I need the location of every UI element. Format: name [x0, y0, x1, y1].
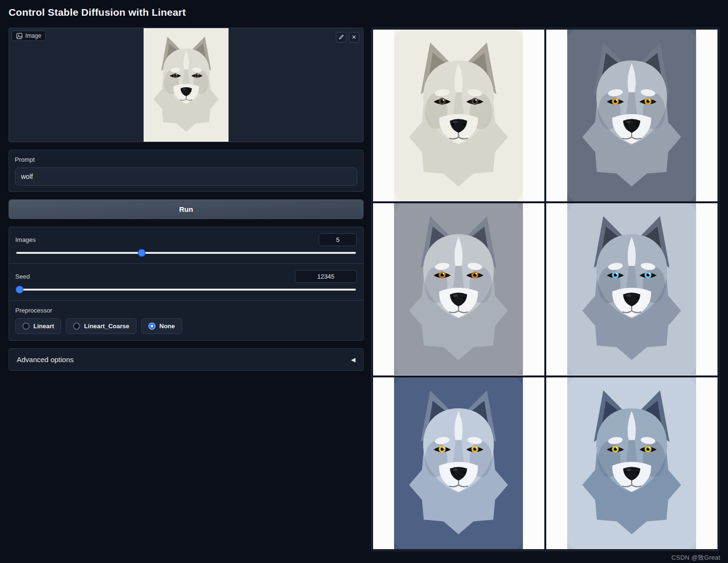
images-slider-handle[interactable]: [138, 249, 146, 257]
image-actions: ✕: [336, 32, 359, 42]
close-icon[interactable]: ✕: [349, 32, 359, 42]
generation-settings-panel: Images Seed: [9, 227, 364, 341]
prompt-panel: Prompt: [9, 150, 364, 192]
preprocessor-label: Preprocessor: [15, 307, 357, 314]
controls-column: Image ✕ Prompt: [9, 28, 364, 371]
gallery-item-6[interactable]: [546, 377, 718, 549]
collapse-arrow-icon: ◀: [351, 356, 355, 363]
advanced-options-label: Advanced options: [17, 355, 73, 364]
watermark: CSDN @致Great: [671, 553, 720, 562]
radio-icon: [22, 323, 30, 330]
radio-icon: [148, 323, 156, 330]
seed-input[interactable]: [295, 270, 357, 283]
gallery-item-5[interactable]: [373, 377, 544, 549]
images-slider[interactable]: [16, 252, 356, 254]
gallery-item-4[interactable]: [546, 203, 718, 375]
radio-icon: [73, 323, 80, 330]
page-title: Control Stable Diffusion with Lineart: [9, 7, 719, 18]
app-root: Control Stable Diffusion with Lineart Im…: [0, 0, 728, 551]
image-label-badge[interactable]: Image: [11, 31, 46, 41]
output-column: [371, 28, 719, 551]
gallery-item-2[interactable]: [546, 30, 718, 201]
images-count-input[interactable]: [319, 233, 357, 246]
image-icon: [16, 33, 22, 39]
seed-slider-handle[interactable]: [16, 286, 23, 293]
radio-lineart[interactable]: Lineart: [15, 318, 61, 334]
radio-lineart-label: Lineart: [33, 323, 54, 330]
radio-none-label: None: [159, 323, 175, 330]
uploaded-image-preview[interactable]: [144, 28, 229, 142]
image-input[interactable]: Image ✕: [9, 28, 364, 142]
seed-label: Seed: [15, 273, 30, 280]
radio-none[interactable]: None: [141, 318, 182, 334]
seed-slider-section: Seed: [9, 263, 363, 300]
images-slider-section: Images: [9, 227, 363, 263]
radio-lineart-coarse[interactable]: Lineart_Coarse: [66, 318, 136, 334]
preprocessor-section: Preprocessor Lineart Lineart_Coarse N: [9, 300, 363, 340]
preprocessor-options: Lineart Lineart_Coarse None: [15, 318, 357, 334]
gallery-item-1[interactable]: [373, 30, 544, 201]
edit-icon[interactable]: [336, 32, 346, 42]
prompt-input[interactable]: [15, 167, 357, 186]
radio-lineart-coarse-label: Lineart_Coarse: [84, 323, 129, 330]
advanced-options-accordion[interactable]: Advanced options ◀: [9, 348, 364, 371]
main-layout: Image ✕ Prompt: [9, 28, 719, 551]
prompt-label: Prompt: [15, 156, 357, 163]
result-gallery: [371, 28, 719, 551]
run-button[interactable]: Run: [9, 199, 364, 219]
gallery-item-3[interactable]: [373, 203, 544, 375]
image-label: Image: [25, 32, 41, 39]
images-label: Images: [15, 236, 36, 243]
seed-slider[interactable]: [16, 289, 356, 291]
